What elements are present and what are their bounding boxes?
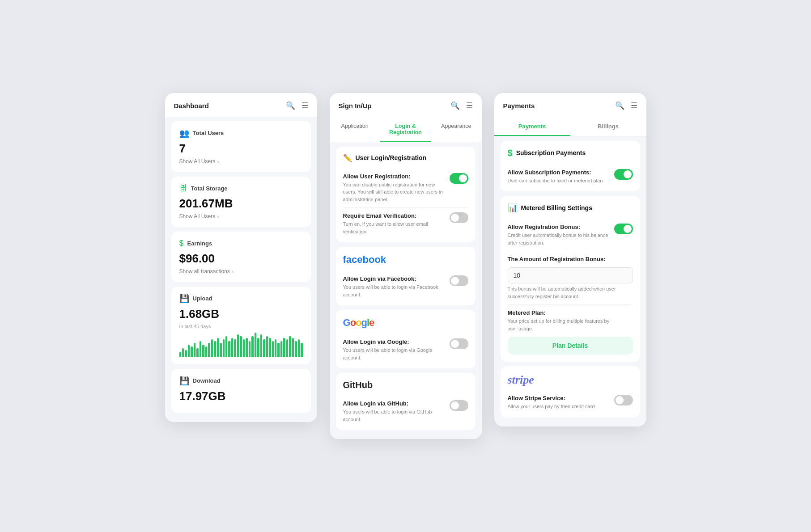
stripe-toggle[interactable] [614,395,633,405]
bar [263,339,265,357]
allow-subscription-row: Allow Subscription Payments: User can su… [508,165,633,185]
tab-payments[interactable]: Payments [494,117,570,136]
download-value: 17.97GB [179,389,303,403]
signin-menu-icon[interactable]: ☰ [466,101,473,110]
signin-search-icon[interactable]: 🔍 [450,101,460,110]
screens-container: Dashboard 🔍 ☰ 👥 Total Users 7 Show All U… [165,93,646,439]
github-row: Allow Login via GitHub: You users will b… [343,396,468,423]
github-desc: You users will be able to login via GitH… [343,408,445,423]
bar [266,336,268,357]
google-section: Google Allow Login via Google: You users… [336,310,476,368]
bar [257,338,259,357]
user-login-section: ✏️ User Login/Registration Allow User Re… [336,147,476,243]
payments-menu-icon[interactable]: ☰ [631,101,637,110]
upload-chart [179,333,303,357]
signin-screen: Sign In/Up 🔍 ☰ Application Login & Regis… [330,93,482,439]
bar [283,338,285,357]
search-icon[interactable]: 🔍 [286,101,295,110]
bar [208,343,210,357]
stripe-row: Allow Stripe Service: Allow your users p… [508,390,633,410]
upload-card: 💾 Upload 1.68GB In last 45 days [171,287,311,364]
github-name: Allow Login via GitHub: [343,400,445,407]
bonus-amount-input[interactable] [508,267,633,283]
dollar-icon: $ [508,148,513,158]
allow-bonus-toggle[interactable] [614,224,633,234]
google-name: Allow Login via Google: [343,338,445,345]
tab-appearance[interactable]: Appearance [431,117,481,142]
bar [301,343,302,357]
stripe-logo: stripe [508,373,633,387]
payments-header-icons: 🔍 ☰ [615,101,637,110]
stripe-section: stripe Allow Stripe Service: Allow your … [501,366,640,418]
facebook-section: facebook Allow Login via Facebook: You u… [336,247,476,305]
facebook-desc: You users will be able to login via Face… [343,283,445,298]
subscription-title: $ Subscription Payments [508,148,633,158]
allow-registration-toggle[interactable] [450,173,468,184]
github-toggle[interactable] [450,400,468,411]
bar [272,341,274,357]
upload-sublabel: In last 45 days [179,324,303,329]
show-all-users-storage-link[interactable]: Show All Users › [179,213,303,220]
bar [225,336,227,357]
total-users-value: 7 [179,142,303,156]
dashboard-title: Dashboard [174,102,209,110]
bar [295,341,297,357]
facebook-logo: facebook [343,254,468,266]
require-email-name: Require Email Verification: [343,212,445,219]
google-toggle[interactable] [450,338,468,349]
users-icon: 👥 [179,128,189,138]
show-all-transactions-link[interactable]: Show all transactions › [179,268,303,275]
github-section: GitHub Allow Login via GitHub: You users… [336,373,476,430]
bar [231,338,233,357]
menu-icon[interactable]: ☰ [301,101,308,110]
payments-tabs: Payments Billings [494,117,646,136]
signin-body: ✏️ User Login/Registration Allow User Re… [330,142,482,439]
user-login-title: ✏️ User Login/Registration [343,154,468,162]
signin-title: Sign In/Up [339,102,372,110]
metered-plan-desc: Your price set up for billing multiple f… [508,317,611,332]
tab-billings[interactable]: Billings [570,117,646,136]
storage-icon: 🗄 [179,184,187,193]
download-icon: 💾 [179,376,189,386]
allow-bonus-name: Allow Registration Bonus: [508,224,610,230]
total-storage-label: Total Storage [191,185,228,192]
allow-subscription-desc: User can subscribe to fixed or metered p… [508,177,603,185]
facebook-row: Allow Login via Facebook: You users will… [343,271,468,298]
bar [200,341,201,357]
show-all-users-link[interactable]: Show All Users › [179,158,303,165]
require-email-desc: Turn on, if you want to allow user email… [343,220,445,235]
bar [228,341,230,357]
total-users-label: Total Users [193,130,224,136]
subscription-section: $ Subscription Payments Allow Subscripti… [501,141,640,192]
google-row: Allow Login via Google: You users will b… [343,334,468,361]
require-email-toggle[interactable] [450,212,468,223]
allow-subscription-toggle[interactable] [614,169,633,180]
bar [191,346,192,357]
bar [234,339,236,357]
facebook-toggle[interactable] [450,275,468,286]
bar [217,338,219,357]
payments-search-icon[interactable]: 🔍 [615,101,624,110]
bar [260,334,262,357]
earnings-icon: $ [179,239,184,248]
upload-icon: 💾 [179,294,189,304]
bar [194,343,195,357]
bar [185,350,187,357]
header-icons: 🔍 ☰ [286,101,308,110]
signin-header: Sign In/Up 🔍 ☰ [330,93,482,117]
signin-header-icons: 🔍 ☰ [450,101,473,110]
upload-label: Upload [193,295,212,302]
chart-icon: 📊 [508,203,518,213]
earnings-card: $ Earnings $96.00 Show all transactions … [171,232,311,282]
plan-details-button[interactable]: Plan Details [508,337,633,355]
payments-title: Payments [503,102,535,110]
bar [269,338,271,357]
tab-application[interactable]: Application [330,117,380,142]
metered-billing-section: 📊 Metered Billing Settings Allow Registr… [501,196,640,362]
facebook-name: Allow Login via Facebook: [343,275,445,282]
dashboard-body: 👥 Total Users 7 Show All Users › 🗄 Total… [165,117,317,422]
dashboard-screen: Dashboard 🔍 ☰ 👥 Total Users 7 Show All U… [165,93,317,422]
total-storage-value: 201.67MB [179,197,303,211]
tab-login-registration[interactable]: Login & Registration [380,117,431,142]
require-email-row: Require Email Verification: Turn on, if … [343,208,468,235]
